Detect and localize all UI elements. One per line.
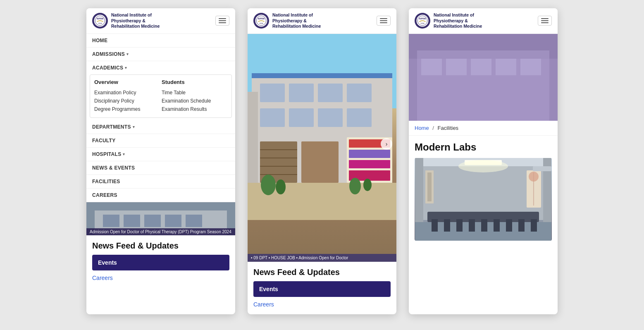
logo-area-left: NIPRM INDIA National Institute of Physio… bbox=[92, 12, 160, 29]
nav-facilities[interactable]: FACILITIES bbox=[86, 175, 235, 189]
phone-right-header: NIPRM INDIA National Institute of Physio… bbox=[409, 8, 558, 34]
link-disciplinary-policy[interactable]: Disciplinary Policy bbox=[94, 97, 160, 105]
breadcrumb-separator: / bbox=[432, 125, 435, 131]
facilities-content: Modern Labs bbox=[409, 136, 558, 314]
svg-rect-66 bbox=[456, 219, 463, 232]
svg-rect-35 bbox=[349, 150, 390, 158]
events-button-mid[interactable]: Events bbox=[253, 281, 391, 297]
svg-text:NIPRM: NIPRM bbox=[419, 17, 426, 20]
logo-icon-left: NIPRM INDIA bbox=[92, 13, 108, 29]
svg-rect-72 bbox=[531, 219, 537, 232]
hamburger-button-right[interactable] bbox=[538, 16, 552, 26]
svg-rect-25 bbox=[318, 108, 343, 127]
academics-arrow-icon: ▾ bbox=[125, 66, 127, 70]
link-time-table[interactable]: Time Table bbox=[162, 88, 227, 97]
hospitals-arrow-icon: ▾ bbox=[123, 152, 125, 156]
logo-area-right: NIPRM INDIA National Institute of Physio… bbox=[415, 12, 482, 29]
dropdown-cols: Overview Examination Policy Disciplinary… bbox=[94, 79, 227, 113]
departments-arrow-icon: ▾ bbox=[133, 125, 135, 129]
nav-careers[interactable]: CAREERS bbox=[86, 189, 235, 202]
news-section-mid: News Feed & Updates Events Careers bbox=[248, 262, 396, 314]
nav-home[interactable]: HOME bbox=[86, 34, 235, 48]
institute-name-right: National Institute of Physiotherapy & Re… bbox=[434, 12, 482, 29]
nav-news-events[interactable]: NEWS & EVENTS bbox=[86, 161, 235, 175]
svg-rect-23 bbox=[260, 108, 285, 127]
link-examination-policy[interactable]: Examination Policy bbox=[94, 88, 160, 97]
svg-text:INDIA: INDIA bbox=[421, 23, 425, 24]
svg-rect-76 bbox=[533, 166, 551, 171]
svg-rect-26 bbox=[347, 108, 372, 127]
logo-icon-right: NIPRM INDIA bbox=[415, 13, 430, 29]
careers-link-left[interactable]: Careers bbox=[92, 274, 229, 282]
svg-rect-6 bbox=[103, 215, 119, 227]
svg-rect-21 bbox=[318, 84, 343, 102]
link-examination-results[interactable]: Examination Results bbox=[162, 105, 227, 113]
institute-name-left: National Institute of Physiotherapy & Re… bbox=[111, 12, 160, 29]
svg-rect-71 bbox=[518, 219, 525, 232]
building-photo-mid: › bbox=[248, 34, 396, 254]
academics-dropdown: Overview Examination Policy Disciplinary… bbox=[90, 74, 232, 118]
svg-rect-22 bbox=[347, 84, 372, 102]
phone-left: NIPRM INDIA National Institute of Physio… bbox=[86, 8, 235, 314]
admissions-arrow-icon: ▾ bbox=[126, 52, 129, 56]
nav-hospitals[interactable]: HOSPITALS ▾ bbox=[86, 148, 235, 161]
lab-photo bbox=[415, 158, 552, 241]
svg-rect-65 bbox=[444, 219, 450, 232]
svg-rect-64 bbox=[432, 219, 438, 232]
svg-rect-70 bbox=[506, 219, 512, 232]
svg-rect-9 bbox=[165, 215, 181, 227]
carousel-arrow-mid[interactable]: › bbox=[381, 138, 392, 150]
svg-text:INDIA: INDIA bbox=[260, 23, 264, 24]
news-title-left: News Feed & Updates bbox=[92, 241, 229, 251]
svg-rect-51 bbox=[446, 59, 467, 75]
svg-rect-54 bbox=[520, 59, 541, 75]
svg-rect-10 bbox=[186, 215, 202, 227]
svg-text:NIPRM: NIPRM bbox=[97, 17, 103, 20]
svg-rect-78 bbox=[427, 172, 432, 201]
nav-admissions[interactable]: ADMISSIONS ▾ bbox=[86, 48, 235, 61]
ticker-bar-left: Admission Open for Doctor of Physical Th… bbox=[86, 228, 235, 235]
svg-rect-8 bbox=[144, 215, 161, 227]
events-button-left[interactable]: Events bbox=[92, 255, 229, 270]
nav-left: HOME ADMISSIONS ▾ ACADEMICS ▾ Overview E… bbox=[86, 34, 235, 202]
svg-rect-18 bbox=[252, 73, 392, 78]
nav-academics[interactable]: ACADEMICS ▾ bbox=[86, 61, 235, 74]
phone-right: NIPRM INDIA National Institute of Physio… bbox=[409, 8, 558, 314]
svg-rect-24 bbox=[289, 108, 314, 127]
svg-rect-69 bbox=[494, 219, 500, 232]
svg-rect-52 bbox=[471, 59, 491, 75]
svg-point-75 bbox=[529, 172, 539, 182]
phone-left-header: NIPRM INDIA National Institute of Physio… bbox=[86, 8, 235, 34]
dropdown-col-overview: Overview Examination Policy Disciplinary… bbox=[94, 79, 160, 113]
svg-point-38 bbox=[261, 175, 276, 195]
svg-rect-50 bbox=[421, 59, 442, 75]
link-degree-programmes[interactable]: Degree Programmes bbox=[94, 105, 160, 113]
logo-icon-mid: NIPRM INDIA bbox=[253, 13, 269, 29]
hamburger-button-mid[interactable] bbox=[377, 16, 391, 26]
svg-point-41 bbox=[363, 179, 372, 191]
svg-rect-67 bbox=[469, 219, 475, 232]
link-examination-schedule[interactable]: Examination Schedule bbox=[162, 97, 227, 105]
news-section-left: News Feed & Updates Events Careers bbox=[86, 235, 235, 288]
svg-rect-53 bbox=[496, 59, 516, 75]
nav-faculty[interactable]: FACULTY bbox=[86, 134, 235, 148]
hamburger-button-left[interactable] bbox=[215, 16, 229, 26]
svg-rect-36 bbox=[349, 160, 390, 168]
dropdown-col-students: Students Time Table Examination Schedule… bbox=[162, 79, 227, 113]
students-title: Students bbox=[162, 79, 227, 86]
breadcrumb-home[interactable]: Home bbox=[415, 125, 429, 131]
news-title-mid: News Feed & Updates bbox=[253, 268, 391, 277]
institute-name-mid: National Institute of Physiotherapy & Re… bbox=[272, 12, 321, 29]
careers-link-mid[interactable]: Careers bbox=[253, 300, 391, 308]
svg-point-40 bbox=[349, 178, 361, 194]
logo-area-mid: NIPRM INDIA National Institute of Physio… bbox=[253, 12, 321, 29]
phone-mid-header: NIPRM INDIA National Institute of Physio… bbox=[248, 8, 396, 34]
svg-point-39 bbox=[276, 179, 286, 194]
overview-title: Overview bbox=[94, 79, 160, 86]
ticker-bar-mid: • 09 DPT • HOUSE JOB • Admission Open fo… bbox=[248, 254, 396, 262]
nav-departments[interactable]: DEPARTMENTS ▾ bbox=[86, 120, 235, 134]
phone-mid: NIPRM INDIA National Institute of Physio… bbox=[248, 8, 396, 314]
svg-rect-20 bbox=[289, 84, 314, 102]
building-image-left: Admission Open for Doctor of Physical Th… bbox=[86, 202, 235, 235]
svg-rect-68 bbox=[481, 219, 487, 232]
